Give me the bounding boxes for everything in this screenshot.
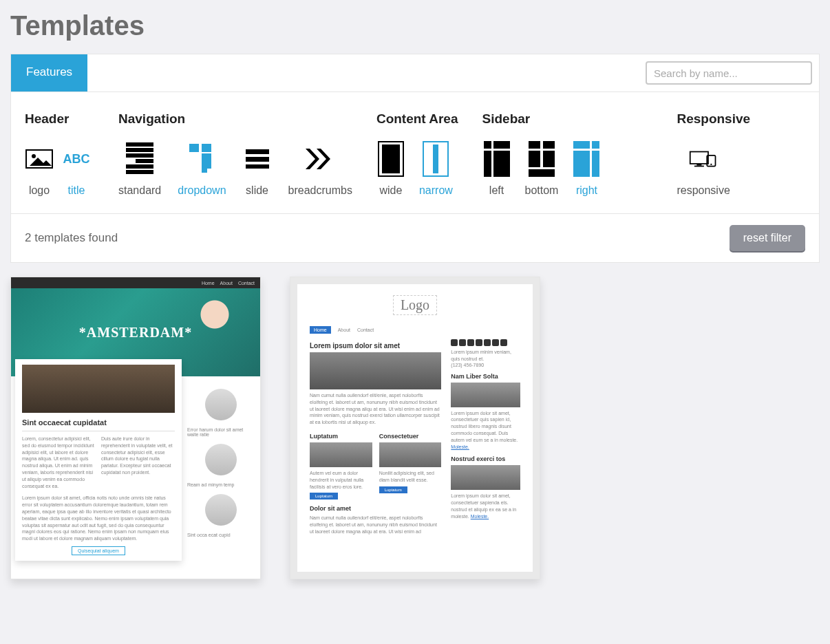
opt-header-logo-label: logo xyxy=(29,184,50,197)
opt-nav-slide-label: slide xyxy=(246,184,268,197)
results-count: 2 templates found xyxy=(25,231,118,245)
template-card-amsterdam[interactable]: Home About Contact *AMSTERDAM* Sint occa… xyxy=(10,277,261,579)
image-icon xyxy=(25,144,54,173)
t2-social xyxy=(451,339,520,346)
opt-nav-standard[interactable]: standard xyxy=(118,144,161,197)
t2-sh1: Nam Liber Solta xyxy=(451,373,520,380)
svg-rect-22 xyxy=(484,141,491,149)
opt-sidebar-bottom[interactable]: bottom xyxy=(525,144,559,197)
t1-para-1b: Duis aute irure dolor in reprehenderit i… xyxy=(101,436,175,476)
svg-rect-30 xyxy=(529,169,555,177)
filter-content-title: Content Area xyxy=(376,111,458,127)
sidebar-left-icon xyxy=(482,144,511,173)
filter-group-sidebar: Sidebar left bottom xyxy=(482,111,602,197)
filter-group-content: Content Area wide narrow xyxy=(376,111,458,197)
opt-nav-slide[interactable]: slide xyxy=(243,144,272,197)
svg-rect-29 xyxy=(543,151,555,167)
t2-p2: Nam cumut nulla oullendorf elit/enie, as… xyxy=(310,515,441,535)
t1-para-1a: Lorem, consectetur adipisici elit, sed d… xyxy=(22,436,96,489)
opt-header-title[interactable]: ABC title xyxy=(62,144,91,197)
narrow-icon xyxy=(421,144,450,173)
svg-marker-16 xyxy=(306,149,319,169)
svg-rect-4 xyxy=(126,148,153,152)
opt-content-wide-label: wide xyxy=(379,184,402,197)
search-input[interactable] xyxy=(646,61,812,85)
svg-rect-12 xyxy=(202,163,207,173)
svg-rect-3 xyxy=(126,142,153,147)
filter-responsive-title: Responsive xyxy=(677,111,750,127)
t2-side-img1 xyxy=(451,383,520,407)
templates-grid: Home About Contact *AMSTERDAM* Sint occa… xyxy=(10,277,820,579)
filter-group-header: Header logo ABC title xyxy=(25,111,91,197)
search-wrap xyxy=(639,54,819,92)
t1-circle-2 xyxy=(205,444,237,475)
opt-nav-breadcrumbs[interactable]: breadcrumbs xyxy=(288,144,352,197)
t1-side-a: Error harum dolor sit amet waite ratie xyxy=(187,427,255,437)
dropdown-nav-icon xyxy=(187,144,216,173)
opt-sidebar-left-label: left xyxy=(489,184,504,197)
svg-rect-23 xyxy=(484,151,491,177)
t2-sh2: Nostrud exerci tos xyxy=(451,455,520,462)
t1-side-c: Sint occa ecat cupid xyxy=(187,533,255,537)
opt-sidebar-left[interactable]: left xyxy=(482,144,511,197)
opt-nav-standard-label: standard xyxy=(118,184,161,197)
t2-subimg2 xyxy=(379,442,442,467)
svg-marker-2 xyxy=(30,158,52,166)
opt-content-narrow[interactable]: narrow xyxy=(419,144,453,197)
t1-nav-about: About xyxy=(220,281,233,286)
opt-header-logo[interactable]: logo xyxy=(25,144,54,197)
tab-features[interactable]: Features xyxy=(11,54,87,92)
standard-nav-icon xyxy=(125,144,154,173)
t2-subp1: Autem vel eum a dolor hendrerit in vulpu… xyxy=(310,470,372,490)
opt-header-title-label: title xyxy=(68,184,85,197)
t2-nav-home: Home xyxy=(310,326,331,334)
t2-main-img xyxy=(310,352,441,389)
svg-rect-35 xyxy=(690,152,708,164)
opt-content-wide[interactable]: wide xyxy=(376,144,405,197)
t2-h2: Dolor sit amet xyxy=(310,505,441,512)
filter-group-responsive: Responsive responsive xyxy=(677,111,750,197)
responsive-icon xyxy=(689,144,718,173)
wide-icon xyxy=(376,144,405,173)
t2-h1: Lorem ipsum dolor sit amet xyxy=(310,342,441,350)
t2-sp2: Lorem ipsum dolor sit amet, consectetuer… xyxy=(451,493,520,519)
filters-row: Header logo ABC title N xyxy=(11,92,819,213)
svg-rect-37 xyxy=(694,166,704,167)
filter-sidebar-title: Sidebar xyxy=(482,111,602,127)
t2-nav: Home About Contact xyxy=(310,326,520,334)
t1-circle-3 xyxy=(205,494,237,526)
svg-rect-6 xyxy=(136,159,153,163)
t1-para-2: Lorem ipsum dolor sit amet, officia noti… xyxy=(22,495,175,542)
svg-rect-34 xyxy=(592,151,599,177)
reset-filter-button[interactable]: reset filter xyxy=(730,225,805,251)
sidebar-right-icon xyxy=(572,144,601,173)
svg-rect-15 xyxy=(246,164,269,169)
t1-photo xyxy=(22,365,175,413)
svg-point-1 xyxy=(32,154,36,158)
svg-rect-9 xyxy=(189,144,199,152)
svg-rect-8 xyxy=(126,170,153,174)
sidebar-bottom-icon xyxy=(527,144,556,173)
opt-nav-dropdown[interactable]: dropdown xyxy=(178,144,226,197)
svg-rect-28 xyxy=(529,151,540,167)
opt-responsive[interactable]: responsive xyxy=(677,144,730,197)
t2-subimg1 xyxy=(310,442,372,467)
t2-logo: Logo xyxy=(393,295,437,315)
t1-cta: Quisequiat aliquem xyxy=(72,546,125,555)
template-card-logo[interactable]: Logo Home About Contact Lorem ipsum dolo… xyxy=(290,277,540,579)
filter-navigation-title: Navigation xyxy=(118,111,352,127)
breadcrumbs-icon xyxy=(306,144,334,173)
t2-phone: (123) 456-7890 xyxy=(451,363,520,367)
abc-icon: ABC xyxy=(62,144,91,173)
t2-nav-contact: Contact xyxy=(357,328,374,332)
opt-sidebar-right-label: right xyxy=(576,184,597,197)
opt-content-narrow-label: narrow xyxy=(419,184,453,197)
t2-side-top: Lorem ipsum minim veniam, quis nostrud e… xyxy=(451,349,520,363)
svg-rect-13 xyxy=(246,149,269,154)
svg-rect-10 xyxy=(202,144,211,152)
panel-top: Features xyxy=(11,54,819,92)
opt-sidebar-bottom-label: bottom xyxy=(525,184,559,197)
t1-nav-contact: Contact xyxy=(238,281,255,286)
opt-sidebar-right[interactable]: right xyxy=(572,144,601,197)
t2-sub2: Consectetuer xyxy=(379,433,442,440)
